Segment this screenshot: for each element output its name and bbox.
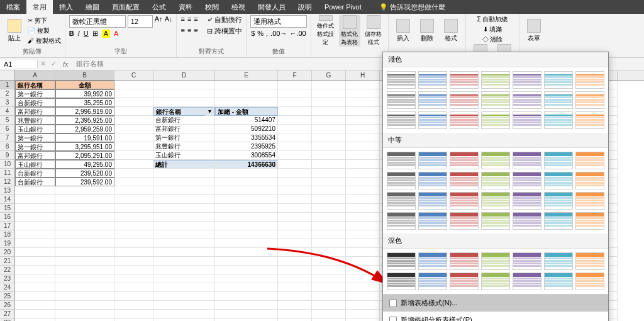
form-button[interactable]: 表單	[523, 15, 545, 47]
cell[interactable]	[153, 204, 215, 213]
cell[interactable]	[114, 318, 153, 321]
table-style-thumb[interactable]	[513, 91, 541, 109]
cell[interactable]	[312, 292, 346, 301]
cell[interactable]	[346, 81, 380, 89]
align-top-icon[interactable]: ≡	[180, 15, 184, 25]
cell[interactable]: 台新銀行	[15, 98, 55, 107]
cell[interactable]: 台新銀行	[15, 177, 55, 186]
table-style-thumb[interactable]	[481, 152, 510, 169]
border-button[interactable]: ⊞	[92, 30, 98, 38]
cell[interactable]	[278, 133, 312, 142]
cell[interactable]	[346, 195, 380, 204]
cell[interactable]: 14366630	[215, 160, 278, 169]
cell[interactable]	[312, 186, 346, 195]
row-header-10[interactable]: 10	[0, 160, 15, 169]
table-style-thumb[interactable]	[450, 252, 479, 270]
table-style-thumb[interactable]	[481, 172, 510, 189]
table-style-thumb[interactable]	[513, 212, 541, 230]
cell[interactable]	[15, 213, 55, 222]
cell[interactable]	[278, 310, 312, 318]
cell[interactable]	[15, 222, 55, 230]
cell[interactable]: 2,959,259.00	[55, 125, 114, 133]
table-style-thumb[interactable]	[513, 172, 541, 189]
cell[interactable]	[114, 195, 153, 204]
table-style-thumb[interactable]	[450, 273, 479, 290]
col-header-D[interactable]: D	[153, 70, 215, 80]
cell[interactable]	[153, 81, 215, 89]
cell[interactable]	[215, 204, 278, 213]
cell[interactable]	[153, 230, 215, 239]
cell[interactable]	[278, 142, 312, 151]
row-header-28[interactable]: 28	[0, 318, 15, 321]
cell[interactable]: 第一銀行	[153, 133, 215, 142]
table-style-thumb[interactable]	[387, 152, 416, 169]
cell[interactable]: 台新銀行	[15, 169, 55, 177]
cell[interactable]: 兆豐銀行	[153, 142, 215, 151]
cell[interactable]	[114, 301, 153, 310]
cell[interactable]	[114, 310, 153, 318]
row-header-9[interactable]: 9	[0, 151, 15, 160]
cell[interactable]	[55, 274, 114, 283]
font-color-button[interactable]: A	[114, 30, 118, 38]
cell[interactable]: 第一銀行	[15, 133, 55, 142]
col-header-A[interactable]: A	[15, 70, 55, 80]
cell[interactable]	[114, 186, 153, 195]
row-header-17[interactable]: 17	[0, 222, 15, 230]
table-style-thumb[interactable]	[450, 91, 479, 109]
cell[interactable]	[114, 151, 153, 160]
table-style-thumb[interactable]	[450, 152, 479, 169]
col-header-G[interactable]: G	[312, 70, 346, 80]
tab-data[interactable]: 資料	[172, 0, 199, 14]
table-style-thumb[interactable]	[544, 192, 573, 210]
table-style-thumb[interactable]	[418, 252, 447, 270]
table-style-thumb[interactable]	[544, 71, 573, 89]
cell[interactable]	[312, 160, 346, 169]
col-header-B[interactable]: B	[55, 70, 114, 80]
table-style-thumb[interactable]	[575, 172, 604, 189]
cell[interactable]: 19,591.00	[55, 133, 114, 142]
cell[interactable]: 514407	[215, 116, 278, 125]
cell[interactable]	[278, 98, 312, 107]
row-header-3[interactable]: 3	[0, 98, 15, 107]
tell-me[interactable]: 💡 告訴我您想做什麼	[373, 0, 452, 14]
align-mid-icon[interactable]: ≡	[187, 15, 191, 25]
cell[interactable]	[312, 257, 346, 266]
cell[interactable]	[114, 222, 153, 230]
cell[interactable]	[346, 266, 380, 274]
cell[interactable]	[153, 248, 215, 257]
cell[interactable]	[312, 301, 346, 310]
cell[interactable]	[55, 266, 114, 274]
cell[interactable]	[153, 169, 215, 177]
cell[interactable]	[215, 283, 278, 292]
cell[interactable]	[215, 89, 278, 98]
cell[interactable]	[312, 98, 346, 107]
dec-decimal-icon[interactable]: ←.00	[289, 30, 306, 37]
cell[interactable]	[312, 239, 346, 248]
cut-button[interactable]: ✂ 剪下	[28, 16, 61, 25]
cell[interactable]	[215, 248, 278, 257]
table-style-thumb[interactable]	[450, 71, 479, 89]
cell[interactable]: 富邦銀行	[153, 125, 215, 133]
table-style-thumb[interactable]	[575, 111, 604, 129]
cell[interactable]	[278, 107, 312, 116]
table-style-thumb[interactable]	[387, 212, 416, 230]
table-style-thumb[interactable]	[481, 252, 510, 270]
table-style-thumb[interactable]	[450, 212, 479, 230]
cell[interactable]	[278, 301, 312, 310]
cell[interactable]	[278, 186, 312, 195]
cell[interactable]	[346, 151, 380, 160]
table-style-thumb[interactable]	[418, 152, 447, 169]
cell[interactable]	[312, 283, 346, 292]
cell[interactable]	[278, 177, 312, 186]
cell[interactable]	[15, 195, 55, 204]
tab-home[interactable]: 常用	[26, 0, 53, 14]
cell[interactable]	[278, 169, 312, 177]
cell[interactable]	[153, 318, 215, 321]
cell[interactable]: 49,295.00	[55, 160, 114, 169]
cell[interactable]	[114, 266, 153, 274]
table-style-thumb[interactable]	[481, 192, 510, 210]
col-header-E[interactable]: E	[215, 70, 278, 80]
cell[interactable]	[215, 239, 278, 248]
tab-help[interactable]: 說明	[292, 0, 318, 14]
table-style-thumb[interactable]	[387, 192, 416, 210]
